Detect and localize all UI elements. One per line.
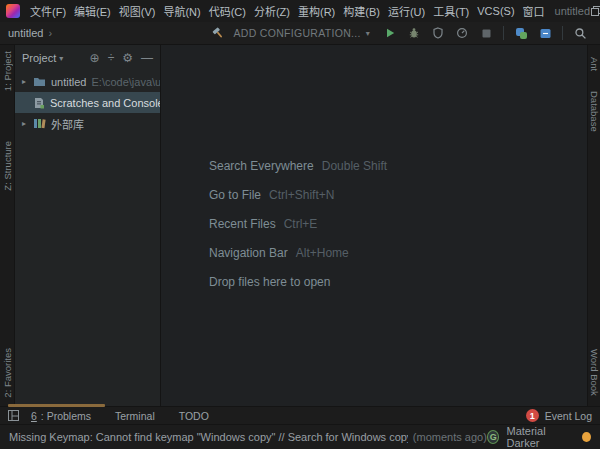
hint-keys: Double Shift <box>322 159 387 173</box>
run-config-label: ADD CONFIGURATION... <box>234 27 361 39</box>
breadcrumb[interactable]: untitled › <box>8 27 52 39</box>
hint-line: Recent Files Ctrl+E <box>209 209 387 238</box>
progress-indicator <box>8 404 105 407</box>
stop-button[interactable] <box>476 23 496 43</box>
hint-action: Search Everywhere <box>209 159 314 173</box>
toolwindow-tab-event-log[interactable]: 1 Event Log <box>526 409 592 422</box>
window-title: untitled <box>555 5 590 17</box>
menu-navigate[interactable]: 导航(N) <box>159 3 204 19</box>
hint-keys: Alt+Home <box>296 246 349 260</box>
tree-item-label: 外部库 <box>51 116 84 132</box>
window-restore-icon[interactable] <box>590 5 600 17</box>
editor-shortcut-hints: Search Everywhere Double Shift Go to Fil… <box>209 151 387 296</box>
run-config-selector[interactable]: ADD CONFIGURATION... ▾ <box>234 27 370 39</box>
gradle-icon[interactable]: G <box>487 430 500 444</box>
tree-row-scratches[interactable]: Scratches and Consoles <box>15 92 160 113</box>
main-toolbar: untitled › ADD CONFIGURATION... ▾ <box>0 22 600 45</box>
toolwindow-tab-terminal[interactable]: Terminal <box>115 410 155 422</box>
app-logo-icon <box>6 4 20 18</box>
hint-line: Drop files here to open <box>209 267 387 296</box>
breadcrumb-project[interactable]: untitled <box>8 27 43 39</box>
tree-row-external-libraries[interactable]: ▸ 外部库 <box>15 113 160 134</box>
chevron-down-icon: ▾ <box>59 54 63 63</box>
hint-keys: Ctrl+E <box>284 217 318 231</box>
plugin-translate-icon[interactable] <box>511 23 531 43</box>
build-hammer-icon[interactable] <box>208 23 228 43</box>
tree-item-label: Scratches and Consoles <box>50 97 160 109</box>
hint-line: Navigation Bar Alt+Home <box>209 238 387 267</box>
toolwindow-switcher-icon[interactable] <box>8 410 19 421</box>
bottom-toolwindow-bar: 6: Problems Terminal TODO 1 Event Log <box>0 406 600 424</box>
tree-item-path: E:\code\java\unti <box>91 76 160 88</box>
chevron-expand-icon[interactable]: ▸ <box>22 77 33 86</box>
menu-view[interactable]: 视图(V) <box>115 3 160 19</box>
chevron-expand-icon[interactable]: ▸ <box>22 119 33 128</box>
editor-empty-area: Search Everywhere Double Shift Go to Fil… <box>161 45 587 406</box>
toolwindow-tab-favorites[interactable]: 2: Favorites <box>0 348 14 398</box>
event-log-badge: 1 <box>526 409 539 422</box>
theme-widget[interactable]: Material Darker <box>506 425 573 449</box>
debug-button[interactable] <box>404 23 424 43</box>
chevron-right-icon: › <box>48 27 52 39</box>
toolwindow-tab-project[interactable]: 1: Project <box>0 51 14 91</box>
problems-mnemonic: 6 <box>31 410 37 422</box>
toolwindow-tab-database[interactable]: Database <box>588 91 600 132</box>
menu-file[interactable]: 文件(F) <box>26 3 70 19</box>
run-button[interactable] <box>380 23 400 43</box>
menu-analyze[interactable]: 分析(Z) <box>250 3 294 19</box>
project-panel-header: Project ▾ ⊕ ÷ ⚙ — <box>15 45 160 71</box>
hide-panel-icon[interactable]: — <box>141 52 153 64</box>
notification-dot-icon[interactable] <box>582 432 591 442</box>
menu-build[interactable]: 构建(B) <box>339 3 384 19</box>
coverage-button[interactable] <box>428 23 448 43</box>
toolwindow-tab-structure[interactable]: Z: Structure <box>0 141 14 191</box>
right-tool-stripe: Ant Database Word Book <box>587 45 600 406</box>
left-tool-stripe: 1: Project Z: Structure 2: Favorites <box>0 45 15 406</box>
project-view-selector[interactable]: Project <box>22 52 56 64</box>
scratches-icon <box>33 97 45 109</box>
middle-region: 1: Project Z: Structure 2: Favorites Pro… <box>0 45 600 406</box>
panel-header-icons: ⊕ ÷ ⚙ — <box>90 52 153 64</box>
toolwindow-tab-ant[interactable]: Ant <box>588 57 600 71</box>
profiler-button[interactable] <box>452 23 472 43</box>
locate-file-icon[interactable]: ⊕ <box>90 52 100 64</box>
menu-vcs[interactable]: VCS(S) <box>473 5 518 17</box>
hint-line: Go to File Ctrl+Shift+N <box>209 180 387 209</box>
menu-bar: 文件(F) 编辑(E) 视图(V) 导航(N) 代码(C) 分析(Z) 重构(R… <box>0 0 600 22</box>
tree-item-label: untitled <box>51 76 86 88</box>
hint-line: Search Everywhere Double Shift <box>209 151 387 180</box>
menu-window[interactable]: 窗口 <box>519 3 549 19</box>
hint-action: Recent Files <box>209 217 276 231</box>
ide-window: 文件(F) 编辑(E) 视图(V) 导航(N) 代码(C) 分析(Z) 重构(R… <box>0 0 600 449</box>
status-timestamp: (moments ago) <box>413 431 487 443</box>
menu-tools[interactable]: 工具(T) <box>429 3 473 19</box>
hint-action: Drop files here to open <box>209 275 330 289</box>
menu-refactor[interactable]: 重构(R) <box>294 3 339 19</box>
toolwindow-tab-problems[interactable]: 6: Problems <box>31 410 91 422</box>
toolwindow-tab-todo[interactable]: TODO <box>179 410 209 422</box>
menu-run[interactable]: 运行(U) <box>384 3 429 19</box>
chevron-down-icon: ▾ <box>366 29 370 38</box>
hint-action: Go to File <box>209 188 261 202</box>
status-message[interactable]: Missing Keymap: Cannot find keymap "Wind… <box>9 431 408 443</box>
plugin-tool-icon[interactable] <box>535 23 555 43</box>
project-panel: Project ▾ ⊕ ÷ ⚙ — ▸ untitled E:\code\jav… <box>15 45 161 406</box>
menu-edit[interactable]: 编辑(E) <box>70 3 115 19</box>
menu-code[interactable]: 代码(C) <box>205 3 250 19</box>
hint-action: Navigation Bar <box>209 246 288 260</box>
tree-row-project-untitled[interactable]: ▸ untitled E:\code\java\unti <box>15 71 160 92</box>
event-log-label: Event Log <box>545 410 592 422</box>
search-everywhere-icon[interactable] <box>570 23 590 43</box>
library-icon <box>33 118 46 129</box>
problems-label: : Problems <box>41 410 91 422</box>
collapse-all-icon[interactable]: ÷ <box>108 52 115 64</box>
hint-keys: Ctrl+Shift+N <box>269 188 334 202</box>
gear-icon[interactable]: ⚙ <box>122 52 133 64</box>
toolwindow-tab-wordbook[interactable]: Word Book <box>588 349 600 396</box>
toolbar-separator <box>503 26 504 40</box>
status-bar: Missing Keymap: Cannot find keymap "Wind… <box>0 424 600 449</box>
project-folder-icon <box>33 76 46 87</box>
toolbar-separator <box>562 26 563 40</box>
